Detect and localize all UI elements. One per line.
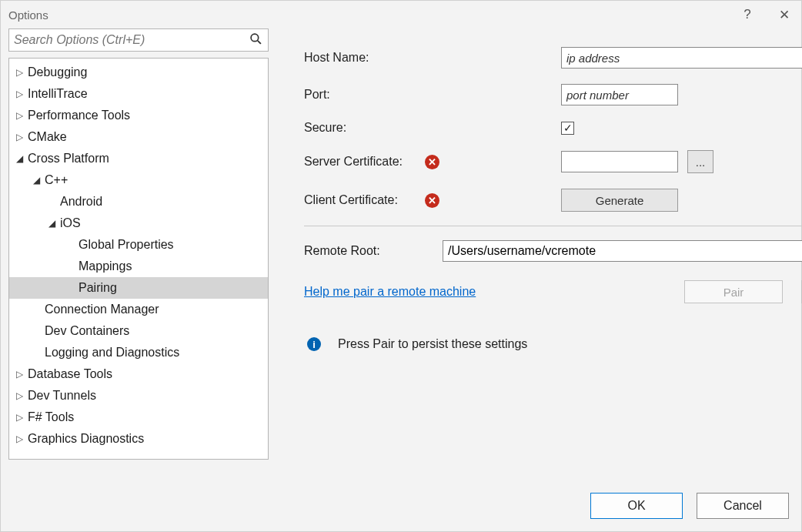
chevron-right-icon: ▷ [14,433,25,444]
svg-point-0 [251,34,259,42]
tree-item-mappings[interactable]: ▷Mappings [9,256,268,277]
tree-item-connection-manager[interactable]: ▷Connection Manager [9,299,268,320]
cancel-button[interactable]: Cancel [697,493,789,519]
port-label: Port: [304,88,423,102]
search-input[interactable] [8,28,269,52]
browse-server-cert-button[interactable]: ... [687,150,713,173]
chevron-down-icon: ◢ [31,175,42,186]
options-tree[interactable]: ▷Debugging ▷IntelliTrace ▷Performance To… [8,58,269,460]
tree-item-pairing[interactable]: ▷Pairing [9,277,268,299]
chevron-right-icon: ▷ [14,369,25,380]
client-cert-label: Client Certificate: [304,193,423,207]
chevron-down-icon: ◢ [46,218,57,229]
tree-item-global-properties[interactable]: ▷Global Properties [9,234,268,256]
chevron-right-icon: ▷ [14,390,25,401]
tree-item-logging-diagnostics[interactable]: ▷Logging and Diagnostics [9,342,268,363]
tree-item-performance-tools[interactable]: ▷Performance Tools [9,105,268,126]
chevron-right-icon: ▷ [14,110,25,121]
server-cert-label: Server Certificate: [304,155,423,169]
svg-line-1 [258,41,261,44]
help-pair-link[interactable]: Help me pair a remote machine [304,285,476,299]
port-input[interactable] [561,84,678,105]
separator [304,226,802,226]
window-title: Options [8,8,48,22]
tree-item-graphics-diagnostics[interactable]: ▷Graphics Diagnostics [9,428,268,450]
host-name-select[interactable]: ⌄ [561,47,802,69]
tree-item-android[interactable]: ▷Android [9,191,268,212]
tree-item-cmake[interactable]: ▷CMake [9,126,268,148]
secure-label: Secure: [304,121,423,135]
tree-item-fsharp-tools[interactable]: ▷F# Tools [9,407,268,428]
info-icon: i [307,337,321,351]
secure-checkbox[interactable]: ✓ [561,122,574,135]
chevron-right-icon: ▷ [14,132,25,142]
chevron-right-icon: ▷ [14,67,25,78]
search-icon[interactable] [249,32,262,48]
chevron-right-icon: ▷ [14,412,25,423]
remote-root-input[interactable] [443,240,802,262]
tree-item-intellitrace[interactable]: ▷IntelliTrace [9,83,268,105]
help-icon[interactable]: ? [738,7,757,23]
info-text: Press Pair to persist these settings [338,337,527,351]
remote-root-label: Remote Root: [304,244,443,258]
tree-item-dev-tunnels[interactable]: ▷Dev Tunnels [9,385,268,407]
chevron-right-icon: ▷ [14,89,25,99]
tree-item-ios[interactable]: ◢iOS [9,212,268,234]
close-icon[interactable]: ✕ [775,7,794,23]
tree-item-debugging[interactable]: ▷Debugging [9,62,268,83]
tree-item-database-tools[interactable]: ▷Database Tools [9,363,268,385]
error-icon: ✕ [425,193,439,208]
chevron-down-icon: ◢ [14,153,25,164]
tree-item-cross-platform[interactable]: ◢Cross Platform [9,148,268,169]
host-name-input[interactable] [561,47,802,69]
host-name-label: Host Name: [304,51,423,65]
tree-item-cpp[interactable]: ◢C++ [9,169,268,191]
error-icon: ✕ [425,155,439,169]
pair-button[interactable]: Pair [684,280,783,303]
generate-button[interactable]: Generate [561,189,678,212]
title-bar: Options ? ✕ [1,1,801,28]
tree-item-dev-containers[interactable]: ▷Dev Containers [9,320,268,342]
server-cert-input[interactable] [561,151,678,172]
ok-button[interactable]: OK [590,493,683,519]
